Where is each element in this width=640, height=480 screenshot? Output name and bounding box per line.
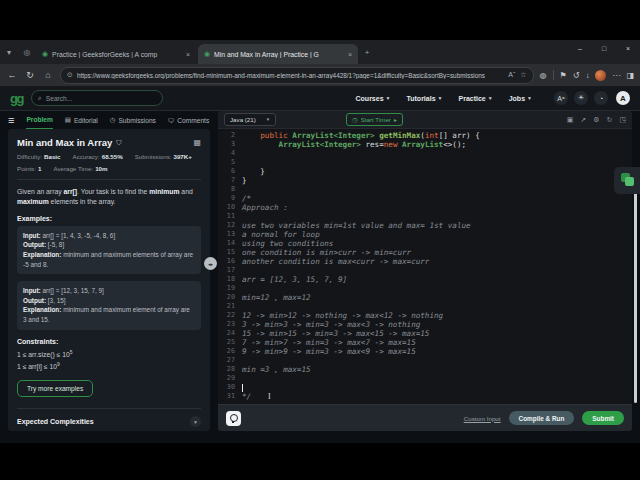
home-icon[interactable]: ⌂ — [42, 70, 54, 80]
site-settings-icon[interactable]: ⊙ — [67, 71, 73, 79]
code-line[interactable]: 15one condition is min>curr -> min=curr — [218, 248, 632, 257]
code-line[interactable]: 19 — [218, 284, 632, 293]
input-label: Input: — [23, 232, 43, 239]
hamburger-menu-icon[interactable]: ≡ — [8, 114, 14, 126]
profile-avatar[interactable] — [595, 70, 606, 81]
code-line[interactable]: 2415 -> min>15 -> min=3 -> max<15 -> max… — [218, 329, 632, 338]
search-input[interactable]: ⌕ Search... — [31, 90, 163, 106]
download-icon[interactable]: ↓ — [585, 71, 589, 80]
close-button[interactable]: × — [616, 40, 640, 56]
new-tab-button[interactable]: + — [358, 43, 376, 61]
code-line[interactable]: 29 — [218, 374, 632, 383]
back-icon[interactable]: ← — [6, 70, 18, 80]
nav-item-jobs[interactable]: Jobs▼ — [509, 95, 532, 102]
close-tab-icon[interactable]: × — [348, 51, 352, 58]
code-line[interactable]: 7} — [218, 176, 632, 185]
code-line[interactable]: 3 ArrayList<Integer> res=new ArrayList<>… — [218, 140, 632, 149]
try-more-examples-button[interactable]: Try more examples — [17, 380, 93, 397]
url-text[interactable]: https://www.geeksforgeeks.org/problems/f… — [77, 72, 504, 79]
fullscreen-icon[interactable]: ◳ — [619, 116, 626, 124]
output-label: Output: — [23, 297, 48, 304]
code-line[interactable]: 18arr = [12, 3, 15, 7, 9] — [218, 275, 632, 284]
panel-resize-handle[interactable]: ◂▸ — [204, 257, 217, 270]
browser-profile-icon[interactable]: ◎ — [18, 43, 36, 61]
code-line[interactable]: 30 — [218, 383, 632, 392]
close-tab-icon[interactable]: × — [186, 51, 190, 58]
editor-scrollbar[interactable] — [634, 191, 637, 403]
hint-bulb-button[interactable] — [226, 411, 241, 426]
code-line[interactable]: 233 -> min>3 -> min=3 -> max<3 -> nothin… — [218, 320, 632, 329]
notifications-bell-icon[interactable]: ◔ — [594, 91, 608, 105]
tab-search-chevron-icon[interactable]: ▾ — [0, 43, 18, 61]
example-explanation: Explanation: minimum and maximum element… — [23, 305, 195, 324]
stat-item: Average Time:10m — [53, 165, 107, 172]
sidebar-icon[interactable]: ◨ — [626, 71, 634, 80]
settings-gear-icon[interactable]: ⚙ — [593, 116, 599, 124]
flag-icon[interactable]: ⚑ — [560, 71, 567, 80]
problem-description: Given an array arr[]. Your task is to fi… — [17, 187, 201, 207]
code-line[interactable]: 28min =3 , max=15 — [218, 365, 632, 374]
code-text: 7 -> min>7 -> min=3 -> max<7 -> max=15 — [242, 338, 416, 347]
chevron-down-icon[interactable]: ▼ — [190, 416, 201, 427]
editor-header: Java (21)▼ ◷ Start Timer ▸ ▣↗⚙↻◳ — [218, 111, 632, 129]
code-line[interactable]: 21 — [218, 302, 632, 311]
code-line[interactable]: 4 — [218, 149, 632, 158]
code-line[interactable]: 20min=12 , max=12 — [218, 293, 632, 302]
refresh-icon[interactable]: ↻ — [24, 70, 36, 80]
nav-item-courses[interactable]: Courses▼ — [356, 95, 391, 102]
code-line[interactable]: 5 — [218, 158, 632, 167]
code-line[interactable]: 10Approach : — [218, 203, 632, 212]
read-aloud-icon[interactable]: Aˆ — [508, 71, 515, 79]
share-icon[interactable]: ↗ — [580, 116, 586, 124]
code-line[interactable]: 12use two variables min=1st value and ma… — [218, 221, 632, 230]
bookmark-star-icon[interactable]: ☆ — [520, 71, 526, 79]
more-menu-icon[interactable]: ⋯ — [612, 71, 620, 80]
language-selector[interactable]: Java (21)▼ — [224, 113, 276, 126]
code-line[interactable]: 9/* — [218, 194, 632, 203]
code-line[interactable]: 11 — [218, 212, 632, 221]
tab-submissions[interactable]: ◷Submissions — [110, 111, 156, 129]
sticky-chat-button[interactable] — [614, 167, 640, 194]
bookmark-icon[interactable]: ⛉ — [116, 139, 121, 147]
copy-icon[interactable]: ▣ — [567, 116, 574, 124]
expected-complexities-row[interactable]: Expected Complexities ▼ — [17, 416, 201, 427]
nav-item-practice[interactable]: Practice▼ — [459, 95, 493, 102]
line-number: 12 — [218, 221, 235, 230]
maximize-button[interactable]: □ — [592, 40, 616, 56]
start-timer-button[interactable]: ◷ Start Timer ▸ — [346, 113, 403, 126]
custom-input-link[interactable]: Custom Input — [464, 415, 501, 422]
minimize-button[interactable]: – — [568, 40, 592, 56]
code-token: /* — [242, 194, 251, 203]
tab-problem[interactable]: Problem — [26, 110, 52, 130]
translate-icon[interactable]: Aᵃ — [554, 91, 568, 105]
code-line[interactable]: 16another condition is max<curr -> max=c… — [218, 257, 632, 266]
extensions-icon[interactable]: ◍ — [540, 71, 547, 80]
tab-comments[interactable]: 🗨Comments — [168, 111, 209, 129]
code-line[interactable]: 31*/ — [218, 392, 632, 401]
code-line[interactable]: 27 — [218, 356, 632, 365]
browser-tab[interactable]: ◉Min and Max in Array | Practice | G× — [198, 44, 358, 64]
submit-button[interactable]: Submit — [582, 411, 624, 425]
code-line[interactable]: 2 public ArrayList<Integer> getMinMax(in… — [218, 131, 632, 140]
compile-run-button[interactable]: Compile & Run — [509, 411, 575, 425]
theme-icon[interactable]: ☀ — [574, 91, 588, 105]
code-line[interactable]: 2212 -> min>12 -> nothing -> max<12 -> n… — [218, 311, 632, 320]
code-line[interactable]: 8 — [218, 185, 632, 194]
gfg-logo[interactable]: gg — [10, 92, 23, 105]
line-number: 14 — [218, 239, 235, 248]
code-line[interactable]: 6 } — [218, 167, 632, 176]
browser-tab[interactable]: ◉Practice | GeeksforGeeks | A comp× — [36, 44, 196, 64]
reset-code-icon[interactable]: ↻ — [607, 116, 613, 124]
code-line[interactable]: 257 -> min>7 -> min=3 -> max<7 -> max=15 — [218, 338, 632, 347]
code-line[interactable]: 17 — [218, 266, 632, 275]
company-tags-icon[interactable]: ▦ — [193, 138, 201, 147]
address-bar[interactable]: ⊙ https://www.geeksforgeeks.org/problems… — [60, 67, 534, 84]
code-line[interactable]: 269 -> min>9 -> min=3 -> max<9 -> max=15 — [218, 347, 632, 356]
nav-item-tutorials[interactable]: Tutorials▼ — [407, 95, 443, 102]
code-line[interactable]: 13a normal for loop — [218, 230, 632, 239]
history-icon[interactable]: ↺ — [573, 71, 580, 80]
tab-editorial[interactable]: ▤Editorial — [65, 111, 98, 129]
code-line[interactable]: 14using two conditions — [218, 239, 632, 248]
user-avatar[interactable]: A — [616, 91, 630, 105]
code-area[interactable]: I 2 public ArrayList<Integer> getMinMax(… — [218, 129, 632, 404]
